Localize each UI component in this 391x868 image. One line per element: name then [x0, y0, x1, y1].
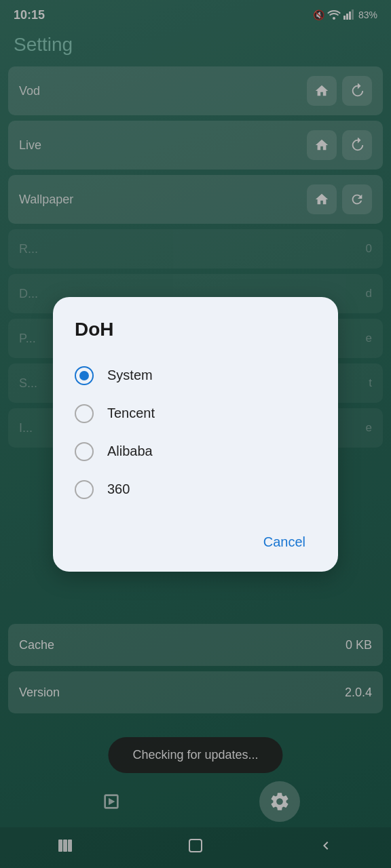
radio-option-alibaba[interactable]: Alibaba — [75, 433, 316, 471]
doh-modal: DoH System Tencent Alibaba 360 Cancel — [53, 297, 338, 572]
radio-option-360[interactable]: 360 — [75, 471, 316, 509]
radio-label-system: System — [107, 368, 153, 383]
modal-title: DoH — [75, 319, 316, 340]
radio-circle-tencent — [75, 404, 94, 423]
radio-option-system[interactable]: System — [75, 357, 316, 395]
modal-overlay[interactable]: DoH System Tencent Alibaba 360 Cancel — [0, 0, 391, 868]
radio-circle-system — [75, 366, 94, 385]
radio-label-tencent: Tencent — [107, 406, 155, 421]
radio-label-360: 360 — [107, 481, 130, 497]
modal-actions: Cancel — [75, 522, 316, 555]
radio-circle-alibaba — [75, 442, 94, 461]
radio-inner-system — [79, 371, 89, 380]
radio-circle-360 — [75, 480, 94, 499]
radio-label-alibaba: Alibaba — [107, 443, 153, 459]
radio-option-tencent[interactable]: Tencent — [75, 395, 316, 433]
cancel-button[interactable]: Cancel — [253, 529, 316, 555]
